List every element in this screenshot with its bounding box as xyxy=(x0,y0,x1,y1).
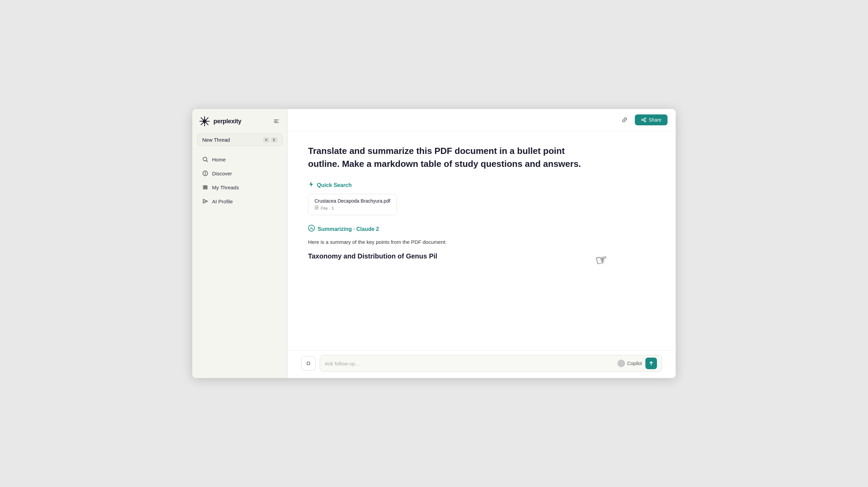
content-area: Translate and summarize this PDF documen… xyxy=(288,131,676,350)
nav-home-label: Home xyxy=(212,157,226,162)
svg-rect-10 xyxy=(274,122,279,123)
app-name: perplexity xyxy=(213,118,241,125)
bottom-bar: Copilot xyxy=(288,350,676,378)
follow-up-input-area: Copilot xyxy=(320,355,662,372)
follow-up-input[interactable] xyxy=(325,361,614,366)
nav-discover-label: Discover xyxy=(212,171,232,176)
app-window: perplexity New Thread ⌘ K xyxy=(192,109,676,378)
share-button-label: Share xyxy=(649,117,661,123)
sidebar: perplexity New Thread ⌘ K xyxy=(192,109,288,378)
sidebar-item-discover[interactable]: Discover xyxy=(195,167,285,180)
lightning-icon xyxy=(308,181,314,189)
sidebar-nav: Home Discover xyxy=(192,152,287,208)
quick-search-section: Quick Search Crustacea Decapoda Brachyur… xyxy=(308,181,655,215)
summary-intro: Here is a summary of the key points from… xyxy=(308,238,655,246)
attachment-button[interactable] xyxy=(301,356,316,371)
svg-marker-14 xyxy=(205,172,206,173)
svg-rect-17 xyxy=(203,187,207,188)
send-icon xyxy=(202,198,209,205)
sidebar-header: perplexity xyxy=(192,115,287,133)
file-meta: File · 1 xyxy=(315,205,390,211)
new-thread-button[interactable]: New Thread ⌘ K xyxy=(197,133,283,146)
document-icon xyxy=(315,205,319,211)
copilot-label: Copilot xyxy=(627,361,642,366)
svg-rect-9 xyxy=(274,121,277,122)
search-icon xyxy=(202,156,209,163)
svg-point-31 xyxy=(308,225,315,231)
copilot-toggle[interactable] xyxy=(617,360,625,367)
send-button[interactable] xyxy=(645,358,657,369)
nav-ai-profile-label: AI Profile xyxy=(212,199,233,204)
svg-rect-32 xyxy=(307,362,310,365)
file-card: Crustacea Decapoda Brachyura.pdf File · … xyxy=(308,194,397,215)
main-content: Share Translate and summarize this PDF d… xyxy=(288,109,676,378)
svg-rect-8 xyxy=(274,120,279,120)
svg-rect-16 xyxy=(203,186,207,186)
collapse-sidebar-button[interactable] xyxy=(272,116,281,126)
copilot-area: Copilot xyxy=(617,360,642,367)
shortcut-cmd: ⌘ xyxy=(263,137,270,143)
file-name: Crustacea Decapoda Brachyura.pdf xyxy=(315,198,390,204)
file-meta-text: File · 1 xyxy=(321,206,334,211)
svg-line-24 xyxy=(643,119,644,120)
copy-link-button[interactable] xyxy=(618,114,631,126)
section-heading: Taxonomy and Distribution of Genus Pil xyxy=(308,252,655,260)
shortcut-key: K xyxy=(271,137,277,143)
svg-line-12 xyxy=(206,160,208,162)
sidebar-item-my-threads[interactable]: My Threads xyxy=(195,180,285,194)
prompt-text: Translate and summarize this PDF documen… xyxy=(308,145,587,170)
svg-line-25 xyxy=(643,120,644,121)
quick-search-text: Quick Search xyxy=(317,182,352,188)
compass-icon xyxy=(202,170,209,177)
summarizing-label: Summarizing · Claude 2 xyxy=(308,225,655,233)
perplexity-logo-icon xyxy=(198,115,211,127)
summarizing-text: Summarizing · Claude 2 xyxy=(318,226,379,232)
logo-area: perplexity xyxy=(198,115,241,127)
share-button[interactable]: Share xyxy=(635,114,668,125)
new-thread-shortcut: ⌘ K xyxy=(263,137,277,143)
sidebar-item-home[interactable]: Home xyxy=(195,153,285,166)
summarizing-section: Summarizing · Claude 2 Here is a summary… xyxy=(308,225,655,260)
claude-icon xyxy=(308,225,315,233)
layers-icon xyxy=(202,184,209,191)
sidebar-item-ai-profile[interactable]: AI Profile xyxy=(195,194,285,208)
quick-search-label: Quick Search xyxy=(308,181,655,189)
nav-my-threads-label: My Threads xyxy=(212,185,239,190)
top-bar: Share xyxy=(288,109,676,131)
svg-marker-15 xyxy=(205,173,206,175)
svg-rect-18 xyxy=(203,188,207,189)
new-thread-label: New Thread xyxy=(202,137,230,143)
svg-marker-26 xyxy=(309,182,313,187)
